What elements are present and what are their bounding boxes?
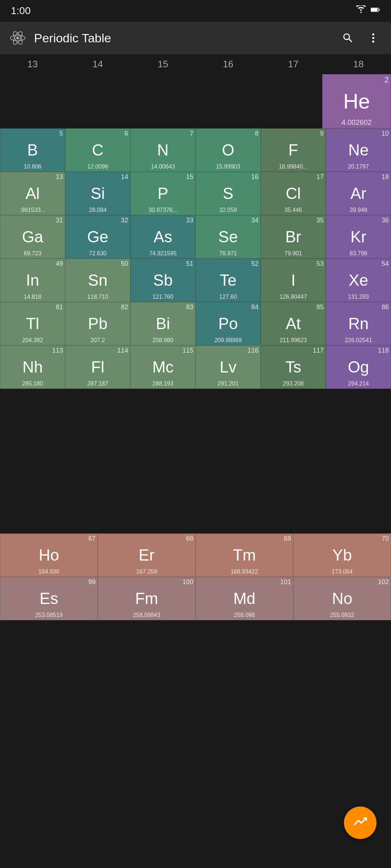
element-kr[interactable]: 36 Kr 83.798	[326, 215, 391, 259]
wifi-icon	[356, 5, 366, 16]
svg-point-3	[16, 37, 19, 39]
status-time: 1:00	[11, 5, 31, 17]
element-fl[interactable]: 114 Fl 287.187	[65, 345, 130, 389]
element-rn[interactable]: 86 Rn 226.02541	[326, 302, 391, 345]
element-xe[interactable]: 54 Xe 131.293	[326, 259, 391, 302]
element-f[interactable]: 9 F 18.99840...	[261, 128, 326, 172]
element-po[interactable]: 84 Po 209.98969	[196, 302, 261, 345]
element-ar[interactable]: 18 Ar 39.948	[326, 172, 391, 215]
element-as[interactable]: 33 As 74.921595	[130, 215, 196, 259]
element-ho[interactable]: 67 Ho 164.930	[0, 533, 98, 577]
battery-icon	[371, 5, 380, 16]
element-og[interactable]: 118 Og 294.214	[326, 345, 391, 389]
trending-up-icon	[352, 813, 368, 833]
element-p[interactable]: 15 P 30.97376...	[130, 172, 196, 215]
element-es[interactable]: 99 Es 253.08519	[0, 577, 98, 620]
svg-rect-1	[371, 8, 378, 11]
element-br[interactable]: 35 Br 79.901	[261, 215, 326, 259]
svg-point-8	[372, 37, 374, 39]
element-c[interactable]: 6 C 12.0096	[65, 128, 130, 172]
actinides-partial-row: 99 Es 253.08519 100 Fm 258.09843 101 Md …	[0, 577, 391, 620]
group-header-17: 17	[261, 59, 326, 70]
element-ts[interactable]: 117 Ts 293.208	[261, 345, 326, 389]
period5-row: 49 In 14.818 50 Sn 118.710 51 Sb 121.760…	[0, 259, 391, 302]
lanthanides-partial-row: 67 Ho 164.930 68 Er 167.259 69 Tm 168.93…	[0, 533, 391, 577]
period2-row: 5 B 10.806 6 C 12.0096 7 N 14.00643 8 O …	[0, 128, 391, 172]
element-n[interactable]: 7 N 14.00643	[130, 128, 196, 172]
element-mc[interactable]: 115 Mc 288.193	[130, 345, 196, 389]
period1-row: 2 He 4.002602	[0, 74, 391, 128]
element-te[interactable]: 52 Te 127.60	[196, 259, 261, 302]
element-se[interactable]: 34 Se 78.971	[196, 215, 261, 259]
element-fm[interactable]: 100 Fm 258.09843	[98, 577, 196, 620]
period1-empty	[0, 74, 322, 128]
element-s[interactable]: 16 S 32.059	[196, 172, 261, 215]
element-er[interactable]: 68 Er 167.259	[98, 533, 196, 577]
app-title: Periodic Table	[34, 31, 332, 45]
period7-row: 113 Nh 285.180 114 Fl 287.187 115 Mc 288…	[0, 345, 391, 389]
app-bar: Periodic Table	[0, 22, 391, 54]
element-lv[interactable]: 116 Lv 291.201	[196, 345, 261, 389]
svg-point-9	[372, 41, 374, 43]
svg-rect-2	[379, 9, 380, 10]
period4-row: 31 Ga 69.723 32 Ge 72.630 33 As 74.92159…	[0, 215, 391, 259]
group-header-13: 13	[0, 59, 65, 70]
search-button[interactable]	[339, 29, 357, 47]
group-header-16: 16	[196, 59, 261, 70]
element-bi[interactable]: 83 Bi 208.980	[130, 302, 196, 345]
element-o[interactable]: 8 O 15.99903	[196, 128, 261, 172]
element-ne[interactable]: 10 Ne 20.1797	[326, 128, 391, 172]
period6-row: 81 Tl 204.382 82 Pb 207.2 83 Bi 208.980 …	[0, 302, 391, 345]
group-header-15: 15	[130, 59, 196, 70]
group-headers-row: 13 14 15 16 17 18	[0, 54, 391, 74]
more-options-button[interactable]	[364, 29, 382, 47]
element-cl[interactable]: 17 Cl 35.446	[261, 172, 326, 215]
element-he[interactable]: 2 He 4.002602	[322, 74, 391, 128]
svg-point-7	[372, 33, 374, 35]
status-icons	[356, 5, 380, 16]
status-bar: 1:00	[0, 0, 391, 22]
element-si[interactable]: 14 Si 28.084	[65, 172, 130, 215]
group-header-14: 14	[65, 59, 130, 70]
element-in[interactable]: 49 In 14.818	[0, 259, 65, 302]
group-header-18: 18	[326, 59, 391, 70]
element-b[interactable]: 5 B 10.806	[0, 128, 65, 172]
element-tm[interactable]: 69 Tm 168.93422	[196, 533, 293, 577]
element-i[interactable]: 53 I 126.90447	[261, 259, 326, 302]
atom-icon	[9, 29, 27, 47]
element-no[interactable]: 102 No 255.0932	[293, 577, 391, 620]
element-pb[interactable]: 82 Pb 207.2	[65, 302, 130, 345]
fab-button[interactable]	[344, 807, 377, 839]
periodic-table: 13 14 15 16 17 18 2 He 4.002602 5 B 10.8…	[0, 54, 391, 389]
period3-row: 13 Al .981533... 14 Si 28.084 15 P 30.97…	[0, 172, 391, 215]
element-al[interactable]: 13 Al .981533...	[0, 172, 65, 215]
element-sb[interactable]: 51 Sb 121.760	[130, 259, 196, 302]
element-sn[interactable]: 50 Sn 118.710	[65, 259, 130, 302]
element-tl[interactable]: 81 Tl 204.382	[0, 302, 65, 345]
element-ga[interactable]: 31 Ga 69.723	[0, 215, 65, 259]
element-yb[interactable]: 70 Yb 173.054	[293, 533, 391, 577]
element-ge[interactable]: 32 Ge 72.630	[65, 215, 130, 259]
element-nh[interactable]: 113 Nh 285.180	[0, 345, 65, 389]
empty-spacer	[0, 389, 391, 533]
element-md[interactable]: 101 Md 258.098	[196, 577, 293, 620]
element-at[interactable]: 85 At 211.99623	[261, 302, 326, 345]
